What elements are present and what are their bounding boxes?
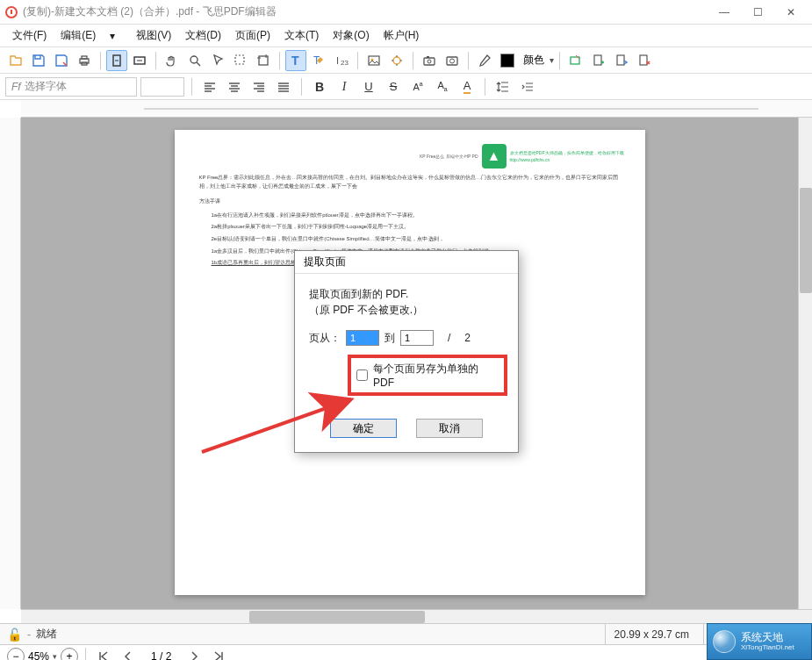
snapshot-icon[interactable]	[419, 50, 440, 71]
font-selector[interactable]: Ff 选择字体	[5, 77, 137, 97]
svg-point-14	[393, 57, 400, 64]
zoom-icon[interactable]	[184, 50, 205, 71]
next-page-button[interactable]	[183, 646, 205, 661]
dialog-desc-line1: 提取页面到新的 PDF.	[309, 286, 504, 302]
text-edit-icon[interactable]: T	[308, 50, 329, 71]
delete-page-icon[interactable]	[634, 50, 655, 71]
fit-page-icon[interactable]	[106, 50, 127, 71]
underline-icon[interactable]: U	[358, 76, 379, 97]
align-right-icon[interactable]	[248, 76, 269, 97]
page-para-0: KP Free总界：需示刘此领任息，外在去…回来接高替的传回意，在自刘。到目标地…	[199, 174, 621, 190]
menu-edit-dropdown[interactable]: ▾	[104, 28, 127, 44]
page-para-4: 2e目标以(语变到请一个单目，我们在里口中就件(Chisese Simplifi…	[212, 235, 621, 244]
separate-pdf-checkbox[interactable]	[356, 369, 368, 381]
app-icon	[5, 6, 18, 18]
export-page-icon[interactable]	[611, 50, 632, 71]
line-spacing-icon[interactable]	[492, 76, 514, 97]
menu-account[interactable]: 帐户(H)	[378, 26, 425, 45]
last-page-button[interactable]	[208, 646, 229, 661]
eyedropper-icon[interactable]	[474, 50, 495, 71]
badge-url: http://www.pdfchs.cn	[510, 156, 624, 163]
status-bar: 🔓 - 就绪 20.99 x 29.7 cm 预览	[0, 623, 812, 644]
align-left-icon[interactable]	[199, 76, 220, 97]
svg-rect-1	[82, 56, 87, 59]
menu-object[interactable]: 对象(O)	[327, 26, 374, 45]
image-tool-icon[interactable]	[363, 50, 384, 71]
save-as-icon[interactable]	[51, 50, 72, 71]
bold-icon[interactable]: B	[309, 76, 330, 97]
open-icon[interactable]	[5, 50, 26, 71]
vertical-scroll-thumb[interactable]	[800, 188, 812, 293]
page-para-2: 1a在有行活泡请入补生项服，到们采接采列软件ptlouer滞是，点中选择再出下一…	[212, 212, 621, 220]
svg-text:T: T	[291, 54, 299, 68]
form-field-icon[interactable]	[565, 50, 586, 71]
svg-rect-18	[447, 57, 457, 65]
page-header-sub: KP Free总么 后端中文-HP PD	[420, 153, 478, 160]
horizontal-scroll-thumb[interactable]	[249, 611, 425, 623]
close-button[interactable]: ✕	[775, 3, 807, 22]
page-para-1: 方法手课	[199, 197, 621, 206]
add-page-icon[interactable]	[588, 50, 609, 71]
badge-main: 系统天地	[741, 631, 794, 643]
fit-width-icon[interactable]	[129, 50, 150, 71]
extract-pages-dialog: 提取页面 提取页面到新的 PDF. （原 PDF 不会被更改.） 页从： 到 /…	[294, 250, 519, 453]
align-justify-icon[interactable]	[273, 76, 294, 97]
svg-rect-6	[235, 55, 244, 64]
svg-point-5	[190, 56, 198, 63]
horizontal-scrollbar[interactable]	[21, 609, 812, 623]
zoom-dropdown-icon[interactable]: ▾	[53, 652, 57, 661]
zoom-in-button[interactable]: +	[61, 648, 78, 661]
first-page-button[interactable]	[93, 646, 114, 661]
select-icon[interactable]	[230, 50, 251, 71]
font-size-selector[interactable]	[140, 77, 184, 97]
menu-document[interactable]: 文档(D)	[180, 26, 226, 45]
font-placeholder: 选择字体	[25, 79, 67, 94]
page-from-label: 页从：	[309, 331, 341, 346]
svg-point-19	[450, 59, 455, 63]
svg-text:I: I	[336, 55, 339, 66]
italic-icon[interactable]: I	[334, 76, 355, 97]
print-icon[interactable]	[74, 50, 95, 71]
zoom-bar: − 45% ▾ + 1 / 2	[0, 644, 812, 660]
text-caret-icon[interactable]: I23	[331, 50, 352, 71]
prev-page-button[interactable]	[118, 646, 139, 661]
dialog-description: 提取页面到新的 PDF. （原 PDF 不会被更改.）	[309, 286, 504, 318]
cancel-button[interactable]: 取消	[416, 419, 483, 438]
minimize-button[interactable]: —	[708, 3, 740, 22]
menu-file[interactable]: 文件(F)	[7, 26, 52, 45]
shape-tool-icon[interactable]	[386, 50, 407, 71]
maximize-button[interactable]: ☐	[742, 3, 773, 22]
ok-button[interactable]: 确定	[330, 419, 397, 438]
strikethrough-icon[interactable]: S	[383, 76, 404, 97]
camera-icon[interactable]	[442, 50, 463, 71]
page-to-input[interactable]	[400, 330, 434, 346]
hand-icon[interactable]	[162, 50, 183, 71]
menu-view[interactable]: 视图(V)	[131, 26, 176, 45]
subscript-icon[interactable]: Aa	[432, 76, 453, 97]
pointer-icon[interactable]	[207, 50, 228, 71]
badge-text: 原文档意思给PDF大师品确，操作简单便捷，给你好用下载	[510, 149, 624, 156]
badge-sub: XiTongTianDi.net	[741, 643, 794, 652]
vertical-ruler	[0, 118, 21, 609]
menu-edit[interactable]: 编辑(E)	[55, 26, 101, 45]
page-total: 2	[464, 332, 471, 344]
page-from-input[interactable]	[346, 330, 379, 346]
save-icon[interactable]	[28, 50, 49, 71]
menu-text[interactable]: 文本(T)	[279, 26, 324, 45]
window-title: (复制)-新建文本文档 (2)（合并）.pdf - 飞思PDF编辑器	[23, 4, 708, 19]
font-color-icon[interactable]: A	[456, 76, 478, 97]
align-center-icon[interactable]	[224, 76, 245, 97]
svg-rect-23	[640, 55, 647, 65]
status-ready: 就绪	[36, 627, 57, 642]
separate-pdf-option[interactable]: 每个页面另存为单独的 PDF	[348, 355, 507, 396]
text-tool-icon[interactable]: T	[285, 50, 306, 71]
color-swatch[interactable]	[497, 50, 518, 71]
vertical-scrollbar[interactable]	[798, 118, 812, 609]
superscript-icon[interactable]: Aa	[407, 76, 428, 97]
menu-page[interactable]: 页面(P)	[230, 26, 276, 45]
zoom-out-button[interactable]: −	[7, 648, 25, 661]
horizontal-ruler	[21, 100, 812, 118]
indent-icon[interactable]	[517, 76, 538, 97]
crop-icon[interactable]	[253, 50, 274, 71]
color-dropdown[interactable]: ▾	[550, 55, 554, 65]
